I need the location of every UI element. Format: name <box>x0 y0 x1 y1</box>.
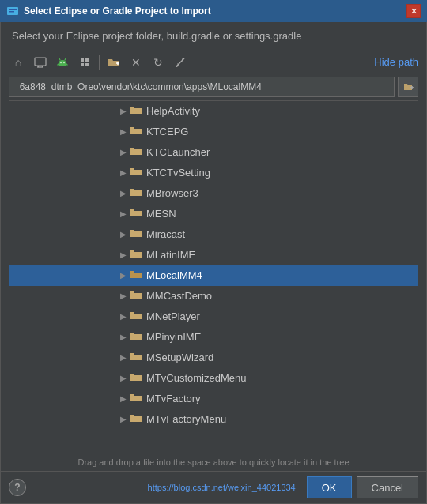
tree-item-label: HelpActivity <box>146 105 200 117</box>
folder-icon <box>130 331 142 344</box>
toolbar-separator-1 <box>99 55 100 70</box>
tree-item-label: MBrowser3 <box>146 187 198 199</box>
tree-arrow-icon: ▶ <box>120 230 127 239</box>
svg-rect-3 <box>35 58 46 66</box>
cancel-button[interactable]: Cancel <box>357 476 418 498</box>
refresh-btn[interactable]: ↻ <box>149 53 168 72</box>
tree-item[interactable]: ▶ MLocalMM4 <box>9 265 418 286</box>
tree-item[interactable]: ▶ MBrowser3 <box>9 183 418 204</box>
tree-item[interactable]: ▶ MNetPlayer <box>9 307 418 327</box>
folder-icon <box>130 393 142 405</box>
svg-rect-18 <box>85 63 89 66</box>
tree-item-label: KTCEPG <box>146 126 188 137</box>
tree-item-label: MTvCustomizedMenu <box>146 372 246 384</box>
tree-item-label: KTCLauncher <box>146 146 210 158</box>
subtitle-text: Select your Eclipse project folder, buil… <box>1 22 426 50</box>
folder-icon <box>130 269 142 282</box>
svg-rect-17 <box>81 63 84 66</box>
svg-rect-1 <box>9 9 17 10</box>
folder-icon <box>130 249 142 261</box>
close-button[interactable]: ✕ <box>406 4 421 18</box>
tree-arrow-icon: ▶ <box>120 374 127 382</box>
folder-icon <box>130 105 142 118</box>
tree-arrow-icon: ▶ <box>120 189 127 197</box>
tree-item-label: MPinyinIME <box>146 331 201 343</box>
delete-btn[interactable]: ✕ <box>127 53 145 72</box>
tree-item-label: KTCTvSetting <box>146 167 210 179</box>
tree-arrow-icon: ▶ <box>120 168 127 177</box>
tree-item[interactable]: ▶ MPinyinIME <box>9 327 418 348</box>
bottom-bar: ? https://blog.csdn.net/weixin_44021334 … <box>1 471 426 503</box>
tree-item-label: MTvFactoryMenu <box>146 413 226 425</box>
hide-path-link[interactable]: Hide path <box>374 56 418 68</box>
tree-item[interactable]: ▶ KTCEPG <box>9 122 418 142</box>
tree-item-label: Miracast <box>146 228 185 240</box>
drag-hint: Drag and drop a file into the space abov… <box>1 453 426 471</box>
tree-arrow-icon: ▶ <box>120 394 127 403</box>
path-input[interactable] <box>9 77 395 97</box>
dialog-icon <box>6 5 19 17</box>
svg-line-21 <box>179 61 182 64</box>
tree-item-label: MNetPlayer <box>146 310 200 322</box>
folder-icon <box>130 290 142 303</box>
tree-item[interactable]: ▶ Miracast <box>9 224 418 245</box>
svg-rect-8 <box>59 62 66 66</box>
tree-item[interactable]: ▶ MSetupWizard <box>9 348 418 368</box>
folder-icon <box>130 167 142 179</box>
folder-icon <box>130 352 142 364</box>
package-btn[interactable] <box>75 53 94 72</box>
tree-arrow-icon: ▶ <box>120 209 127 218</box>
tree-arrow-icon: ▶ <box>120 107 127 115</box>
tree-arrow-icon: ▶ <box>120 127 127 136</box>
link-btn[interactable] <box>171 53 190 72</box>
tree-item-label: MESN <box>146 208 176 220</box>
ok-button[interactable]: OK <box>307 476 352 498</box>
monitor-btn[interactable] <box>31 53 50 72</box>
tree-item[interactable]: ▶ HelpActivity <box>9 101 418 122</box>
link-hint: https://blog.csdn.net/weixin_44021334 <box>148 483 296 492</box>
tree-item[interactable]: ▶ MTvFactory <box>9 389 418 409</box>
tree-item[interactable]: ▶ KTCLauncher <box>9 142 418 163</box>
tree-arrow-icon: ▶ <box>120 271 127 280</box>
tree-item-label: MMCastDemo <box>146 290 212 302</box>
svg-rect-2 <box>9 11 14 13</box>
folder-icon <box>130 372 142 385</box>
svg-line-13 <box>58 64 59 65</box>
android-btn[interactable] <box>53 53 72 72</box>
folder-icon <box>130 208 142 220</box>
tree-item-label: MSetupWizard <box>146 352 214 363</box>
folder-new-btn[interactable] <box>104 53 123 72</box>
tree-item[interactable]: ▶ MTvCustomizedMenu <box>9 368 418 389</box>
svg-point-10 <box>63 62 64 63</box>
tree-item-label: MTvFactory <box>146 393 201 404</box>
svg-line-14 <box>66 64 67 65</box>
svg-rect-16 <box>85 58 89 62</box>
home-btn[interactable]: ⌂ <box>9 53 28 72</box>
folder-icon <box>130 413 142 426</box>
help-button[interactable]: ? <box>9 479 26 496</box>
file-tree[interactable]: ▶ HelpActivity▶ KTCEPG▶ KTCLauncher▶ KTC… <box>9 100 418 453</box>
tree-item[interactable]: ▶ MLatinIME <box>9 245 418 265</box>
tree-item[interactable]: ▶ MESN <box>9 204 418 224</box>
folder-icon <box>130 228 142 241</box>
folder-icon <box>130 146 142 159</box>
folder-icon <box>130 310 142 323</box>
path-row <box>9 77 418 97</box>
tree-arrow-icon: ▶ <box>120 148 127 156</box>
path-browse-btn[interactable] <box>398 77 418 97</box>
tree-arrow-icon: ▶ <box>120 333 127 341</box>
svg-rect-15 <box>81 58 84 62</box>
tree-item-label: MLatinIME <box>146 249 195 261</box>
tree-item[interactable]: ▶ KTCTvSetting <box>9 163 418 183</box>
folder-icon <box>130 126 142 138</box>
toolbar: ⌂ <box>1 50 426 75</box>
tree-item[interactable]: ▶ MMCastDemo <box>9 286 418 307</box>
title-bar-text: Select Eclipse or Gradle Project to Impo… <box>24 6 402 17</box>
tree-arrow-icon: ▶ <box>120 415 127 423</box>
svg-line-11 <box>59 58 60 60</box>
dialog-body: Select your Eclipse project folder, buil… <box>0 22 427 504</box>
tree-arrow-icon: ▶ <box>120 312 127 321</box>
tree-item-label: MLocalMM4 <box>146 269 202 281</box>
svg-point-9 <box>60 62 61 63</box>
tree-item[interactable]: ▶ MTvFactoryMenu <box>9 409 418 430</box>
